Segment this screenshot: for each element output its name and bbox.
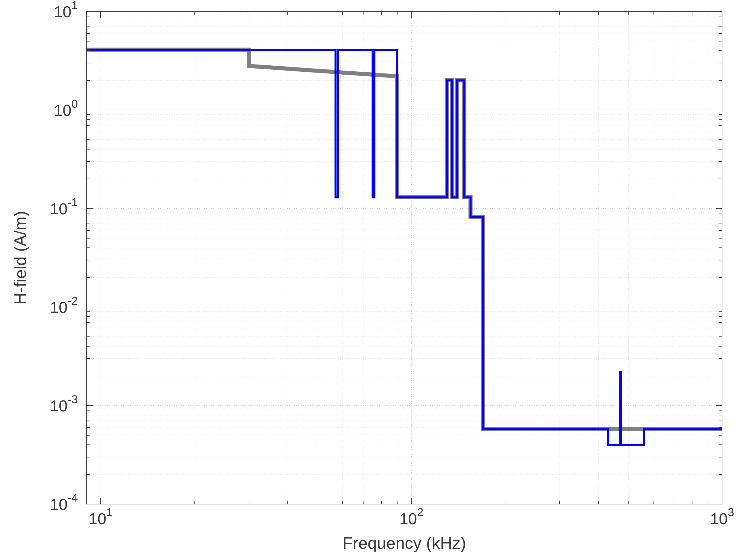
tick-label: 100 <box>54 97 78 119</box>
chart-container: 10110210310-410-310-210-1100101Frequency… <box>0 0 744 560</box>
plot-svg: 10110210310-410-310-210-1100101Frequency… <box>0 0 744 560</box>
tick-label: 10-1 <box>50 196 78 218</box>
tick-label: 101 <box>54 0 78 21</box>
tick-label: 101 <box>89 506 113 528</box>
tick-label: 10-3 <box>50 393 78 415</box>
x-axis-label: Frequency (kHz) <box>342 533 466 552</box>
series-blue <box>86 49 722 445</box>
y-axis-label: H-field (A/m) <box>11 211 29 305</box>
tick-label: 10-2 <box>50 294 78 316</box>
series-gray <box>86 49 722 429</box>
tick-label: 102 <box>399 506 423 528</box>
tick-label: 10-4 <box>50 491 78 513</box>
tick-label: 103 <box>710 506 734 528</box>
